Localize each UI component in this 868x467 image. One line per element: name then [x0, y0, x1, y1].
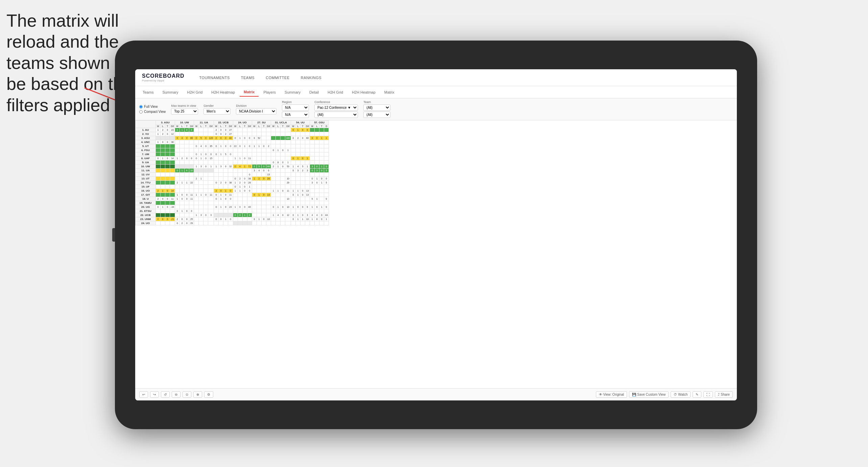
annotate-button[interactable]: ✎: [693, 391, 701, 398]
nav-rankings[interactable]: RANKINGS: [296, 74, 326, 81]
matrix-cell: [271, 201, 276, 205]
matrix-cell: 2: [156, 189, 161, 193]
matrix-cell: [194, 161, 199, 165]
team-select2[interactable]: (All): [363, 112, 390, 118]
matrix-cell: [214, 213, 219, 217]
matrix-cell: [276, 136, 281, 140]
matrix-cell: [175, 201, 180, 205]
matrix-cell: [295, 209, 300, 213]
gender-select[interactable]: Men's: [203, 108, 231, 115]
tab-summary[interactable]: Summary: [158, 88, 182, 96]
matrix-cell: [203, 217, 208, 221]
tab-players[interactable]: Players: [259, 88, 280, 96]
matrix-cell: [257, 205, 261, 209]
matrix-cell: [156, 136, 161, 140]
matrix-cell: 0: [203, 144, 208, 148]
main-content[interactable]: 3. ASU 10. UW 11. UA 22. UCB 24. UO 27. …: [135, 120, 737, 388]
matrix-cell: 4: [276, 213, 281, 217]
conference-select2[interactable]: (All): [314, 112, 358, 118]
matrix-cell: [319, 161, 324, 165]
matrix-cell: [189, 205, 194, 209]
zoom-out-button[interactable]: ⊖: [172, 391, 180, 398]
matrix-cell: [203, 209, 208, 213]
region-select[interactable]: N/A: [282, 104, 309, 111]
watch-button[interactable]: ⏱ Watch: [671, 391, 691, 398]
row-label: 15. UF: [136, 185, 156, 189]
matrix-cell: 0: [324, 205, 329, 209]
matrix-cell: [295, 177, 300, 181]
matrix-cell: [199, 185, 203, 189]
matrix-cell: [203, 132, 208, 136]
matrix-cell: [199, 189, 203, 193]
matrix-cell: 1: [305, 165, 310, 169]
nav-tournaments[interactable]: TOURNAMENTS: [195, 74, 235, 81]
matrix-cell: 53: [285, 165, 291, 169]
view-original-button[interactable]: 👁 View: Original: [596, 391, 627, 398]
matrix-cell: [199, 128, 203, 132]
matrix-cell: [185, 148, 189, 152]
matrix-cell: 1: [233, 181, 238, 185]
matrix-cell: [261, 181, 266, 185]
matrix-cell: 5: [223, 152, 228, 156]
tab-detail[interactable]: Detail: [305, 88, 323, 96]
matrix-cell: [257, 209, 261, 213]
settings-button[interactable]: ⚙: [204, 391, 213, 398]
matrix-cell: [238, 140, 242, 144]
matrix-cell: 0: [291, 128, 295, 132]
nav-committee[interactable]: COMMITTEE: [261, 74, 294, 81]
fullscreen-button[interactable]: ⛶: [703, 391, 713, 398]
team-select[interactable]: (All): [363, 104, 390, 111]
conference-select[interactable]: Pac-12 Conference ▼: [314, 104, 358, 111]
tab-matrix2[interactable]: Matrix: [380, 88, 399, 96]
compact-view-radio[interactable]: Compact View: [139, 110, 166, 114]
max-teams-select[interactable]: Top 25: [171, 108, 198, 115]
matrix-cell: [319, 197, 324, 201]
matrix-cell: [161, 148, 165, 152]
share-button[interactable]: ⤴ Share: [715, 391, 733, 398]
reset-button[interactable]: ↺: [161, 391, 170, 398]
matrix-cell: [203, 189, 208, 193]
matrix-cell: [170, 213, 175, 217]
undo-button[interactable]: ↩: [139, 391, 148, 398]
matrix-cell: [161, 136, 165, 140]
matrix-cell: 0: [252, 217, 257, 221]
matrix-cell: 3: [305, 213, 310, 217]
matrix-cell: 0: [315, 165, 319, 169]
nav-teams[interactable]: TEAMS: [236, 74, 259, 81]
row-label: 19. TAMU: [136, 201, 156, 205]
matrix-cell: 0: [194, 144, 199, 148]
tab-teams[interactable]: Teams: [139, 88, 158, 96]
gender-label: Gender: [203, 104, 231, 107]
matrix-cell: 1: [219, 193, 223, 197]
tablet-side-button: [112, 228, 115, 242]
tab-h2h-heatmap2[interactable]: H2H Heatmap: [348, 88, 380, 96]
matrix-cell: [156, 185, 161, 189]
tab-matrix[interactable]: Matrix: [240, 88, 259, 97]
tablet-screen: SCOREBOARD Powered by clippd TOURNAMENTS…: [135, 69, 737, 400]
matrix-cell: [305, 201, 310, 205]
tab-h2h-grid2[interactable]: H2H Grid: [323, 88, 347, 96]
tab-h2h-grid[interactable]: H2H Grid: [183, 88, 207, 96]
division-select[interactable]: NCAA Division I: [236, 108, 276, 115]
matrix-cell: 0: [305, 128, 310, 132]
matrix-cell: [175, 173, 180, 177]
tab-summary2[interactable]: Summary: [281, 88, 305, 96]
matrix-cell: [257, 128, 261, 132]
save-custom-button[interactable]: 💾 Save Custom View: [629, 391, 669, 398]
region-select2[interactable]: N/A: [282, 112, 309, 118]
full-view-radio[interactable]: Full View: [139, 105, 166, 108]
zoom-reset-button[interactable]: ⊙: [183, 391, 191, 398]
matrix-cell: 0: [165, 132, 170, 136]
matrix-cell: [156, 144, 161, 148]
zoom-in-button[interactable]: ⊕: [193, 391, 202, 398]
matrix-cell: 0: [300, 205, 305, 209]
matrix-cell: 0: [165, 128, 170, 132]
matrix-cell: 1: [175, 197, 180, 201]
matrix-cell: [219, 173, 223, 177]
matrix-cell: [165, 173, 170, 177]
matrix-cell: [208, 148, 214, 152]
redo-button[interactable]: ↪: [150, 391, 159, 398]
tab-h2h-heatmap[interactable]: H2H Heatmap: [207, 88, 239, 96]
matrix-cell: [285, 185, 291, 189]
matrix-container[interactable]: 3. ASU 10. UW 11. UA 22. UCB 24. UO 27. …: [135, 120, 737, 388]
